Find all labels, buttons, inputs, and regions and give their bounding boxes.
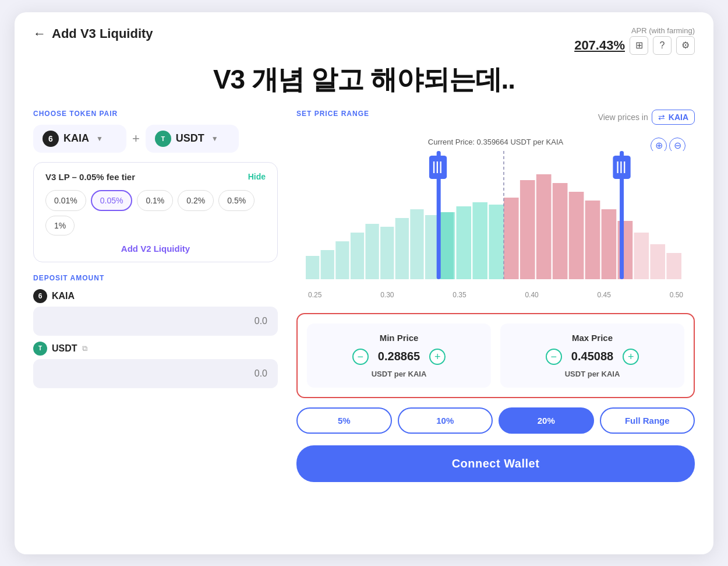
fee-option-02[interactable]: 0.2% [178, 190, 214, 211]
right-panel: SET PRICE RANGE View prices in ⇄ KAIA Cu… [296, 110, 695, 482]
svg-rect-24 [650, 244, 665, 279]
apr-row: 207.43% ⊞ ? ⚙ [574, 36, 695, 55]
min-price-unit: USDT per KAIA [315, 370, 483, 378]
banner-text: V3 개념 알고 해야되는데.. [33, 62, 695, 98]
back-nav[interactable]: ← Add V3 Liquidity [33, 26, 153, 41]
svg-rect-8 [410, 209, 423, 279]
svg-rect-5 [365, 224, 379, 279]
fee-option-005[interactable]: 0.05% [91, 190, 133, 211]
chart-axis: 0.25 0.30 0.35 0.40 0.45 0.50 [306, 291, 685, 299]
copy-icon[interactable]: ⧉ [82, 344, 87, 353]
svg-rect-31 [585, 201, 600, 279]
page-title: Add V3 Liquidity [52, 26, 153, 41]
token-b-chevron-icon: ▼ [211, 135, 218, 143]
range-full-button[interactable]: Full Range [600, 407, 695, 434]
usdt-deposit-name: USDT [52, 343, 77, 354]
fee-tier-header: V3 LP – 0.05% fee tier Hide [45, 172, 266, 182]
min-price-increase-button[interactable]: + [429, 349, 446, 365]
chart-area: Current Price: 0.359664 USDT per KAIA ⊕ … [296, 131, 695, 304]
fee-option-1[interactable]: 1% [45, 216, 75, 235]
range-buttons: 5% 10% 20% Full Range [296, 407, 695, 434]
svg-rect-4 [351, 233, 364, 279]
fee-tier-box: V3 LP – 0.05% fee tier Hide 0.01% 0.05% … [33, 162, 278, 262]
token-a-select[interactable]: 6 KAIA ▼ [33, 125, 126, 153]
left-panel: CHOOSE TOKEN PAIR 6 KAIA ▼ + T USDT ▼ [33, 110, 278, 482]
fee-option-05[interactable]: 0.5% [218, 190, 255, 211]
max-price-title: Max Price [508, 333, 676, 343]
set-price-range-label: SET PRICE RANGE [296, 110, 369, 118]
hide-button[interactable]: Hide [248, 172, 266, 181]
view-prices-label: View prices in [598, 113, 648, 122]
swap-icon: ⇄ [658, 113, 665, 122]
token-a-name: KAIA [63, 132, 89, 145]
kaia-deposit-icon: 6 [33, 289, 47, 303]
kaia-deposit-input[interactable] [33, 307, 278, 336]
choose-token-pair-label: CHOOSE TOKEN PAIR [33, 110, 278, 118]
view-prices-button[interactable]: ⇄ KAIA [652, 110, 695, 125]
plus-icon: + [132, 131, 140, 146]
axis-025: 0.25 [308, 291, 321, 299]
min-price-value: 0.28865 [378, 350, 420, 363]
help-icon[interactable]: ? [653, 36, 672, 55]
price-range-boxes: Min Price − 0.28865 + USDT per KAIA Max … [296, 313, 695, 398]
svg-rect-7 [395, 218, 409, 279]
token-b-name: USDT [176, 132, 204, 145]
token-b-select[interactable]: T USDT ▼ [146, 125, 239, 153]
fee-option-001[interactable]: 0.01% [45, 190, 86, 211]
axis-040: 0.40 [525, 291, 538, 299]
kaia-deposit-name: KAIA [52, 291, 75, 301]
price-range-header: SET PRICE RANGE View prices in ⇄ KAIA [296, 110, 695, 125]
min-price-title: Min Price [315, 333, 483, 343]
usdt-deposit-input[interactable] [33, 359, 278, 388]
svg-rect-2 [321, 250, 334, 279]
min-price-decrease-button[interactable]: − [352, 349, 369, 365]
max-price-controls: − 0.45088 + [508, 349, 676, 365]
max-price-value: 0.45088 [571, 350, 613, 363]
svg-rect-30 [569, 192, 584, 279]
range-10-button[interactable]: 10% [398, 407, 493, 434]
svg-rect-6 [380, 227, 394, 279]
token-a-chevron-icon: ▼ [96, 135, 103, 143]
page-header: ← Add V3 Liquidity APR (with farming) 20… [33, 26, 695, 55]
calculator-icon[interactable]: ⊞ [630, 36, 648, 55]
fee-option-01[interactable]: 0.1% [137, 190, 173, 211]
price-chart [306, 151, 685, 291]
deposit-amount-label: DEPOSIT AMOUNT [33, 274, 278, 282]
usdt-deposit-label: T USDT ⧉ [33, 342, 278, 356]
svg-rect-32 [602, 209, 617, 279]
fee-tier-title: V3 LP – 0.05% fee tier [45, 172, 135, 182]
usdt-deposit-icon: T [33, 342, 47, 356]
axis-050: 0.50 [670, 291, 683, 299]
svg-rect-14 [489, 205, 504, 279]
svg-rect-13 [472, 202, 487, 279]
range-5-button[interactable]: 5% [296, 407, 392, 434]
usdt-deposit-token: T USDT ⧉ [33, 342, 278, 388]
svg-rect-3 [335, 241, 349, 279]
svg-rect-11 [440, 212, 455, 279]
min-price-controls: − 0.28865 + [315, 349, 483, 365]
usdt-icon: T [155, 131, 171, 147]
axis-045: 0.45 [598, 291, 611, 299]
max-price-decrease-button[interactable]: − [546, 349, 562, 365]
view-prices: View prices in ⇄ KAIA [598, 110, 695, 125]
kaia-deposit-label: 6 KAIA [33, 289, 278, 303]
svg-rect-29 [553, 183, 568, 279]
connect-wallet-button[interactable]: Connect Wallet [296, 445, 695, 482]
svg-rect-23 [634, 233, 649, 279]
svg-rect-27 [520, 180, 535, 279]
axis-035: 0.35 [453, 291, 466, 299]
settings-icon[interactable]: ⚙ [676, 36, 695, 55]
kaia-icon: 6 [43, 131, 59, 147]
add-v2-link[interactable]: Add V2 Liquidity [45, 244, 266, 254]
range-20-button[interactable]: 20% [499, 407, 594, 434]
apr-section: APR (with farming) 207.43% ⊞ ? ⚙ [574, 26, 695, 55]
chart-container [306, 151, 685, 291]
svg-rect-26 [504, 198, 519, 279]
svg-rect-36 [429, 156, 447, 179]
apr-label: APR (with farming) [574, 26, 695, 35]
apr-value: 207.43% [574, 38, 625, 53]
kaia-currency-label: KAIA [669, 113, 688, 122]
max-price-increase-button[interactable]: + [623, 349, 639, 365]
max-price-unit: USDT per KAIA [508, 370, 676, 378]
current-price-label: Current Price: 0.359664 USDT per KAIA [428, 138, 563, 146]
